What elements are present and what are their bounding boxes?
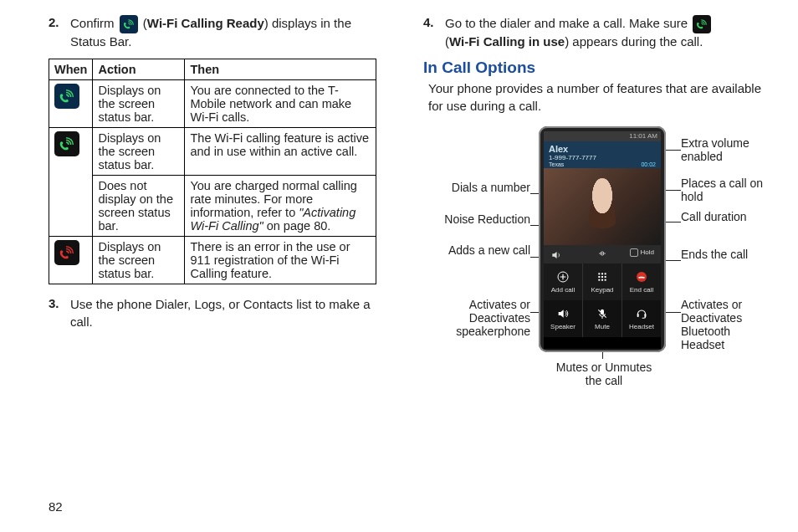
col-action: Action <box>93 59 185 80</box>
page-number: 82 <box>49 499 63 514</box>
mute-button[interactable]: Mute <box>583 300 622 337</box>
phone-navbar <box>544 337 661 349</box>
keypad-button[interactable]: Keypad <box>583 263 622 300</box>
then-cell: You are charged normal calling rate minu… <box>185 176 376 237</box>
label-bluetooth-headset: Activates or Deactivates Bluetooth Heads… <box>681 298 773 351</box>
phone-mockup: 11:01 AM Alex 1-999-777-7777 Texas 00:02 <box>539 126 666 352</box>
then-cell: The Wi-Fi calling feature is active and … <box>185 128 376 176</box>
then-cell: There is an error in the use or 911 regi… <box>185 237 376 284</box>
label-adds-call: Adds a new call <box>432 243 530 257</box>
label-extra-volume: Extra volume enabled <box>681 136 773 163</box>
when-icon-cell <box>49 128 93 237</box>
label-hold: Places a call on hold <box>681 176 773 203</box>
label-speakerphone: Activates or Deactivates speakerphone <box>432 298 530 338</box>
label-duration: Call duration <box>681 210 773 223</box>
svg-rect-14 <box>644 314 646 317</box>
when-icon-cell <box>49 80 93 128</box>
section-heading: In Call Options <box>423 59 766 77</box>
bold-label: Wi-Fi Calling in use <box>449 34 565 49</box>
btn-label: Speaker <box>550 323 575 330</box>
in-call-diagram: Dials a number Noise Reduction Adds a ne… <box>432 126 766 411</box>
step-text: Confirm (Wi-Fi Calling Ready) displays i… <box>70 15 376 50</box>
text: Confirm <box>70 16 115 30</box>
headset-icon <box>634 306 649 321</box>
step-text: Go to the dialer and make a call. Make s… <box>445 15 766 50</box>
col-then: Then <box>185 59 376 80</box>
table-row: Displays on the screen status bar. You a… <box>49 80 376 128</box>
svg-rect-7 <box>598 279 600 281</box>
call-timer: 00:02 <box>641 161 656 167</box>
btn-label: Headset <box>629 323 654 330</box>
step-number: 4. <box>423 15 445 50</box>
action-cell: Displays on the screen status bar. <box>93 128 185 176</box>
table-row: Displays on the screen status bar. There… <box>49 237 376 284</box>
wifi-ready-icon <box>54 84 79 109</box>
mute-icon <box>595 306 610 321</box>
svg-rect-9 <box>605 279 606 281</box>
svg-rect-2 <box>601 274 603 275</box>
svg-rect-6 <box>605 276 606 278</box>
phone-statusbar: 11:01 AM <box>544 131 661 141</box>
bold-label: Wi-Fi Calling Ready <box>147 16 264 30</box>
wifi-inuse-icon <box>54 131 79 156</box>
svg-rect-4 <box>598 276 600 278</box>
call-actions-row-1: Add call Keypad End call <box>544 263 661 300</box>
svg-rect-1 <box>598 274 600 275</box>
svg-rect-8 <box>601 279 603 281</box>
label-noise-reduction: Noise Reduction <box>432 212 530 226</box>
text: on page 80. <box>263 219 331 233</box>
label-end-call: Ends the call <box>681 248 773 261</box>
step-2: 2. Confirm (Wi-Fi Calling Ready) display… <box>49 15 376 50</box>
caller-name: Alex <box>549 144 656 154</box>
call-actions-row-2: Speaker Mute Headset <box>544 300 661 337</box>
plus-icon <box>555 269 570 284</box>
end-call-icon <box>634 269 649 284</box>
add-call-button[interactable]: Add call <box>544 263 583 300</box>
contact-photo <box>544 168 661 245</box>
speaker-icon <box>555 306 570 321</box>
wifi-calling-ready-icon <box>120 15 138 33</box>
label-mute: Mutes or Unmutes the call <box>554 361 654 387</box>
btn-label: End call <box>630 286 653 294</box>
step-number: 2. <box>49 15 70 50</box>
left-column: 2. Confirm (Wi-Fi Calling Ready) display… <box>49 15 383 517</box>
noise-reduction-icon[interactable] <box>597 248 607 260</box>
hold-button[interactable]: Hold <box>621 248 654 260</box>
btn-label: Add call <box>551 286 575 294</box>
table-row: Does not display on the screen status ba… <box>49 176 376 237</box>
step-3: 3. Use the phone Dialer, Logs, or Contac… <box>49 296 376 330</box>
hold-label: Hold <box>641 248 654 256</box>
step-text: Use the phone Dialer, Logs, or Contacts … <box>70 296 376 330</box>
end-call-button[interactable]: End call <box>622 263 661 300</box>
call-strip: Hold <box>544 245 661 263</box>
wifi-calling-inuse-icon <box>693 15 711 33</box>
when-icon-cell <box>49 237 93 284</box>
section-description: Your phone provides a number of features… <box>428 80 766 115</box>
action-cell: Does not display on the screen status ba… <box>93 176 185 237</box>
action-cell: Displays on the screen status bar. <box>93 80 185 128</box>
step-number: 3. <box>49 296 70 330</box>
svg-rect-13 <box>637 314 639 317</box>
label-dials-number: Dials a number <box>432 181 530 194</box>
extra-volume-icon[interactable] <box>550 249 562 259</box>
text: appears during the call. <box>569 34 703 49</box>
col-when: When <box>49 59 93 80</box>
face-illustration <box>584 178 621 228</box>
wifi-error-icon <box>54 240 79 265</box>
wifi-status-table: When Action Then Displays on the screen … <box>49 59 376 284</box>
speaker-button[interactable]: Speaker <box>544 300 583 337</box>
svg-rect-5 <box>601 276 603 278</box>
caller-location: Texas <box>549 161 564 167</box>
then-cell: You are connected to the T-Mobile networ… <box>185 80 376 128</box>
caller-number: 1-999-777-7777 <box>549 154 656 161</box>
headset-button[interactable]: Headset <box>622 300 661 337</box>
phone-call-header: Alex 1-999-777-7777 Texas 00:02 <box>544 141 661 168</box>
btn-label: Mute <box>595 323 610 330</box>
right-column: 4. Go to the dialer and make a call. Mak… <box>417 15 766 517</box>
table-row: Displays on the screen status bar. The W… <box>49 128 376 176</box>
svg-rect-3 <box>605 274 606 275</box>
table-header-row: When Action Then <box>49 59 376 80</box>
btn-label: Keypad <box>591 286 613 294</box>
text: Go to the dialer and make a call. Make s… <box>445 16 688 30</box>
keypad-icon <box>595 269 610 284</box>
